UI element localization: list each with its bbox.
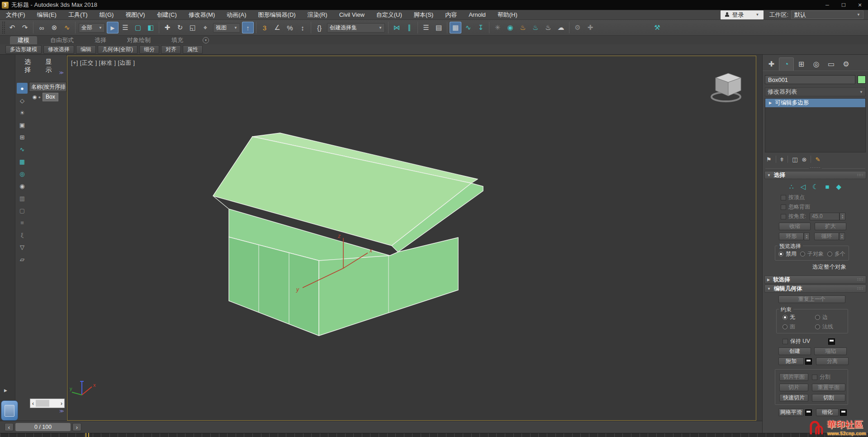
vertex-icon[interactable]: ∴ xyxy=(789,183,794,191)
menu-item-1[interactable]: 编辑(E) xyxy=(31,10,62,19)
select-object-icon[interactable]: ► xyxy=(107,22,119,33)
add-tool-icon[interactable]: ✚ xyxy=(584,22,596,33)
menu-item-9[interactable]: 渲染(R) xyxy=(302,10,333,19)
hierarchy-tab[interactable]: ⊞ xyxy=(794,57,809,71)
scene-object-row[interactable]: ◉ ● Box xyxy=(29,92,66,102)
preview-multiple-radio[interactable] xyxy=(827,252,832,256)
display-notes-icon[interactable]: ≡ xyxy=(17,217,28,228)
display-tab[interactable]: ▭ xyxy=(824,57,839,71)
display-materials-icon[interactable]: ▥ xyxy=(17,193,28,204)
viewport-label[interactable]: [+] [正交 ] [标准 ] [边面 ] xyxy=(71,59,135,67)
select-and-link-icon[interactable]: ∞ xyxy=(36,22,47,33)
menu-item-6[interactable]: 修改器(M) xyxy=(183,10,221,19)
minimize-button[interactable]: ─ xyxy=(819,0,835,10)
ribbon-panel-2[interactable]: 编辑 xyxy=(76,45,96,54)
split-checkbox[interactable] xyxy=(812,375,817,380)
render-setup-icon[interactable]: ♨ xyxy=(517,22,529,33)
preview-disable-radio[interactable] xyxy=(778,252,783,256)
frame-marker[interactable] xyxy=(85,433,89,437)
create-button[interactable]: 创建 xyxy=(778,347,811,355)
detach-button[interactable]: 分离 xyxy=(816,357,849,365)
named-selection-sets-dropdown[interactable]: 创建选择集▼ xyxy=(327,23,385,33)
display-cameras-icon[interactable]: ▣ xyxy=(17,119,28,130)
previous-frame-button[interactable]: ‹ xyxy=(5,423,14,431)
object-name-field[interactable]: Box001 xyxy=(765,75,855,84)
rollout-selection[interactable]: ▼ 选择 ∷∷ xyxy=(764,171,866,179)
more-chevron-icon[interactable]: ≫ xyxy=(59,70,64,75)
use-pivot-point-center-icon[interactable]: ↑ xyxy=(242,22,254,33)
attach-button[interactable]: 附加 xyxy=(778,357,804,365)
ignore-backfacing-checkbox[interactable] xyxy=(781,204,786,210)
expand-arrow-icon[interactable]: ▶ xyxy=(769,101,772,105)
undo-icon[interactable]: ↶ xyxy=(6,22,18,33)
selection-filter-dropdown[interactable]: 全部▼ xyxy=(79,23,105,33)
by-angle-checkbox[interactable] xyxy=(781,214,786,219)
scroll-left-icon[interactable]: ‹ xyxy=(30,400,36,407)
quickslice-button[interactable]: 快速切片 xyxy=(779,394,808,402)
slice-plane-button[interactable]: 切片平面 xyxy=(779,373,808,381)
menu-item-8[interactable]: 图形编辑器(D) xyxy=(252,10,302,19)
close-button[interactable]: ✕ xyxy=(852,0,868,10)
repeat-last-button[interactable]: 重复上一个 xyxy=(778,295,845,303)
ring-spinner[interactable]: ▲▼ xyxy=(804,233,810,240)
loop-spinner[interactable]: ▲▼ xyxy=(839,233,845,240)
constraint-normal-radio[interactable] xyxy=(815,324,820,329)
hammer-icon[interactable]: ⚒ xyxy=(651,22,663,33)
angle-spinner[interactable]: ▲▼ xyxy=(840,213,845,220)
shrink-button[interactable]: 收缩 xyxy=(779,223,811,230)
align-icon[interactable]: ∥ xyxy=(403,22,415,33)
menu-item-14[interactable]: Arnold xyxy=(463,10,492,19)
ribbon-panel-0[interactable]: 多边形建模 xyxy=(5,45,42,54)
attach-settings-button[interactable] xyxy=(805,358,812,365)
login-button[interactable]: 登录 ▼ xyxy=(721,10,764,19)
ribbon-config-button[interactable]: ▾ xyxy=(203,37,209,43)
scroll-right-icon[interactable]: › xyxy=(59,400,64,407)
constraint-edge-radio[interactable] xyxy=(815,315,820,320)
ring-button[interactable]: 环形 xyxy=(779,233,804,240)
configure-modifier-sets-icon[interactable]: ✎ xyxy=(815,156,820,163)
visibility-eye-icon[interactable]: ◉ xyxy=(33,94,37,100)
percent-snap-toggle-icon[interactable]: % xyxy=(284,22,296,33)
motion-tab[interactable]: ◎ xyxy=(809,57,824,71)
rectangular-selection-region-icon[interactable]: ▢ xyxy=(132,22,144,33)
redo-icon[interactable]: ↷ xyxy=(19,22,31,33)
menu-item-13[interactable]: 内容 xyxy=(439,10,463,19)
scene-explorer-icon[interactable]: ▤ xyxy=(433,22,445,33)
element-icon[interactable]: ◆ xyxy=(836,183,842,191)
ribbon-tab-2[interactable]: 选择 xyxy=(87,36,114,44)
ribbon-panel-1[interactable]: 修改选择 xyxy=(43,45,74,54)
preserve-uv-settings-button[interactable] xyxy=(828,338,835,345)
scrollbar-thumb[interactable] xyxy=(36,400,49,407)
bind-to-space-warp-icon[interactable]: ∿ xyxy=(61,22,73,33)
ribbon-tab-1[interactable]: 自由形式 xyxy=(43,36,81,44)
unlink-selection-icon[interactable]: ⊗ xyxy=(48,22,60,33)
cut-button[interactable]: 切割 xyxy=(812,394,845,402)
menu-item-5[interactable]: 创建(C) xyxy=(151,10,183,19)
preserve-uv-checkbox[interactable] xyxy=(783,339,788,344)
slice-button[interactable]: 切片 xyxy=(779,384,808,391)
display-space-warps-icon[interactable]: ∿ xyxy=(17,144,28,155)
display-xrefs-icon[interactable]: ◎ xyxy=(17,168,28,179)
rendered-frame-window-icon[interactable]: ♨ xyxy=(530,22,541,33)
ribbon-panel-4[interactable]: 细分 xyxy=(139,45,159,54)
workspace-dropdown[interactable]: 默认 ▼ xyxy=(791,10,863,19)
track-bar[interactable] xyxy=(0,433,868,437)
material-editor-icon[interactable]: ◉ xyxy=(504,22,516,33)
toolbar-grip[interactable] xyxy=(2,21,5,34)
panel-splitter[interactable] xyxy=(765,168,865,169)
border-icon[interactable]: ☾ xyxy=(812,183,818,191)
model-house[interactable]: z x y xyxy=(67,56,757,420)
modifier-stack[interactable]: ▶ 可编辑多边形 xyxy=(765,98,866,152)
angle-snap-toggle-icon[interactable]: ∠ xyxy=(271,22,283,33)
menu-item-15[interactable]: 帮助(H) xyxy=(492,10,523,19)
tessellate-button[interactable]: 细化 xyxy=(816,408,839,416)
expand-arrow-button[interactable]: ▶ xyxy=(4,387,11,394)
menu-item-2[interactable]: 工具(T) xyxy=(62,10,94,19)
modify-tab[interactable]: ◔ xyxy=(779,57,794,71)
polygon-icon[interactable]: ■ xyxy=(825,183,829,191)
time-slider[interactable]: 0 / 100 xyxy=(15,423,71,431)
show-end-result-icon[interactable]: ǂ xyxy=(780,156,784,163)
isolate-selection-toggle-icon[interactable]: ✳ xyxy=(492,22,503,33)
display-frozen-icon[interactable]: ▢ xyxy=(17,205,28,216)
window-crossing-icon[interactable]: ◧ xyxy=(145,22,157,33)
